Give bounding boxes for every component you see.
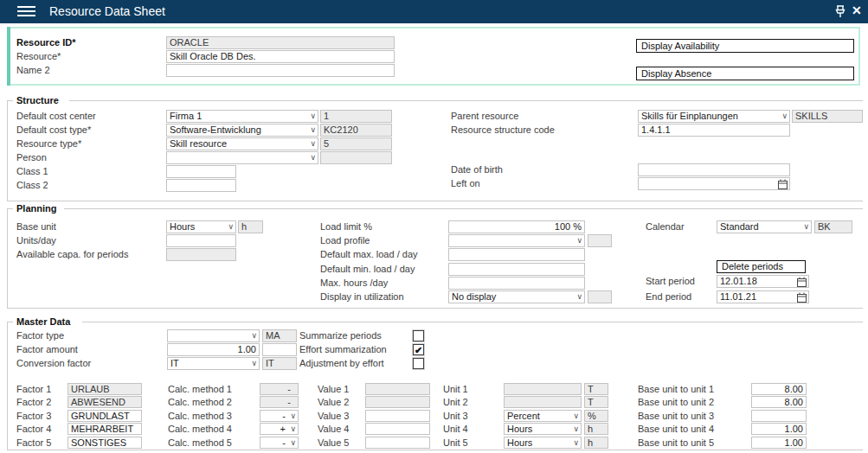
end-period-value: 11.01.21 (720, 291, 756, 302)
default-cost-center-code: 1 (320, 110, 392, 123)
display-util-select[interactable]: No display∨ (448, 290, 585, 303)
max-hours-field[interactable] (448, 277, 585, 290)
calc-method4-value: + (280, 424, 286, 434)
name2-field[interactable] (166, 64, 395, 77)
calc-method3-select[interactable]: -∨ (260, 410, 299, 422)
calc-method1-label: Calc. method 1 (168, 383, 232, 396)
chevron-down-icon: ∨ (290, 424, 296, 435)
factor2-label: Factor 2 (16, 396, 51, 409)
unit1-code: T (584, 383, 608, 395)
chevron-down-icon: ∨ (573, 411, 579, 422)
conversion-factor-select[interactable]: IT∨ (167, 357, 260, 370)
hamburger-menu-icon[interactable] (17, 6, 35, 18)
base-unit-to-unit3-field[interactable] (751, 410, 807, 422)
display-util-label: Display in utilization (320, 290, 404, 303)
pin-icon[interactable] (833, 4, 847, 19)
display-util-code (588, 290, 612, 303)
base-unit-to-unit2-field[interactable]: 8.00 (751, 396, 807, 408)
start-period-field[interactable]: 12.01.18 (717, 275, 809, 288)
planning-section-title: Planning (16, 203, 56, 214)
base-unit-to-unit2-label: Base unit to unit 2 (638, 396, 714, 409)
effort-summarization-checkbox[interactable]: ✔ (413, 344, 424, 355)
structure-border-top-a (7, 100, 13, 101)
value3-field[interactable] (365, 410, 430, 422)
calendar-icon[interactable] (778, 179, 788, 190)
default-cost-type-code: KC2120 (320, 124, 392, 137)
load-profile-label: Load profile (320, 234, 370, 247)
unit3-select[interactable]: Percent∨ (504, 410, 582, 422)
calc-method5-label: Calc. method 5 (168, 437, 232, 450)
load-profile-select[interactable]: ∨ (448, 234, 585, 247)
value5-field[interactable] (365, 437, 430, 449)
factor-type-select[interactable]: ∨ (167, 329, 260, 342)
units-day-field[interactable] (166, 234, 236, 247)
chevron-down-icon: ∨ (576, 291, 582, 303)
delete-periods-button[interactable]: Delete periods (717, 260, 806, 273)
calc-method4-label: Calc. method 4 (168, 423, 232, 436)
parent-resource-label: Parent resource (451, 110, 518, 123)
summarize-periods-checkbox[interactable] (413, 330, 424, 341)
summarize-periods-label: Summarize periods (299, 329, 382, 342)
factor-amount-label: Factor amount (16, 343, 78, 356)
load-limit-field[interactable]: 100 % (448, 220, 585, 233)
date-of-birth-field[interactable] (638, 163, 790, 176)
calendar-icon[interactable] (797, 277, 807, 288)
base-unit-to-unit4-field[interactable]: 1.00 (751, 423, 807, 435)
unit2-code: T (584, 396, 608, 408)
factor4-field[interactable]: MEHRARBEIT (68, 423, 142, 435)
chevron-down-icon: ∨ (573, 437, 579, 449)
default-max-field[interactable] (448, 248, 585, 261)
calendar-icon[interactable] (797, 292, 807, 303)
base-unit-value: Hours (170, 221, 195, 232)
factor-amount-field[interactable]: 1.00 (167, 343, 260, 356)
value4-field[interactable] (365, 423, 430, 435)
class1-field[interactable] (166, 165, 236, 178)
default-min-field[interactable] (448, 263, 585, 276)
resource-name-field[interactable]: Skill Oracle DB Des. (166, 50, 395, 63)
display-absence-button[interactable]: Display Absence (636, 67, 854, 80)
resource-type-code: 5 (320, 137, 392, 150)
base-unit-to-unit5-field[interactable]: 1.00 (751, 437, 807, 449)
class2-field[interactable] (166, 179, 236, 192)
unit4-value: Hours (507, 424, 532, 434)
factor3-field[interactable]: GRUNDLAST (68, 410, 142, 422)
parent-resource-select[interactable]: Skills für Einplanungen∨ (638, 110, 790, 123)
factor4-label: Factor 4 (16, 423, 51, 436)
base-unit-select[interactable]: Hours∨ (166, 220, 236, 233)
structure-section-title: Structure (16, 95, 59, 106)
chevron-down-icon: ∨ (251, 330, 257, 341)
person-label: Person (16, 151, 47, 164)
default-cost-type-select[interactable]: Software-Entwicklung∨ (166, 124, 318, 137)
display-availability-button[interactable]: Display Availability (636, 39, 854, 53)
adjustment-by-effort-checkbox[interactable] (413, 358, 424, 369)
calc-method5-value: - (282, 437, 286, 448)
unit5-select[interactable]: Hours∨ (504, 437, 582, 449)
factor5-field[interactable]: SONSTIGES (68, 437, 142, 449)
value4-label: Value 4 (318, 423, 350, 436)
factor-type-code: MA (262, 329, 297, 342)
close-icon[interactable]: ✕ (852, 3, 862, 17)
base-unit-to-unit1-field[interactable]: 8.00 (751, 383, 807, 395)
chevron-down-icon: ∨ (290, 437, 296, 449)
default-cost-center-select[interactable]: Firma 1∨ (166, 110, 318, 123)
window-title: Resource Data Sheet (49, 4, 165, 18)
unit1-select (504, 383, 582, 395)
base-unit-to-unit4-label: Base unit to unit 4 (638, 423, 714, 436)
unit1-label: Unit 1 (443, 383, 468, 396)
resource-type-select[interactable]: Skill resource∨ (166, 137, 318, 150)
calendar-select[interactable]: Standard∨ (717, 220, 812, 233)
title-bar: Resource Data Sheet ✕ (0, 0, 868, 23)
chevron-down-icon: ∨ (310, 138, 316, 150)
base-unit-label: Base unit (16, 220, 56, 233)
calc-method4-select[interactable]: +∨ (260, 423, 299, 435)
conversion-factor-value: IT (170, 358, 179, 368)
person-select[interactable]: ∨ (166, 151, 318, 164)
adjustment-by-effort-label: Adjustment by effort (299, 357, 384, 370)
left-on-field[interactable] (638, 177, 790, 190)
calc-method2-label: Calc. method 2 (168, 396, 232, 409)
structure-code-field[interactable]: 1.4.1.1 (638, 124, 790, 137)
master-border-bottom (7, 450, 863, 450)
end-period-field[interactable]: 11.01.21 (717, 290, 809, 303)
unit4-select[interactable]: Hours∨ (504, 423, 582, 435)
calc-method5-select[interactable]: -∨ (260, 437, 299, 449)
